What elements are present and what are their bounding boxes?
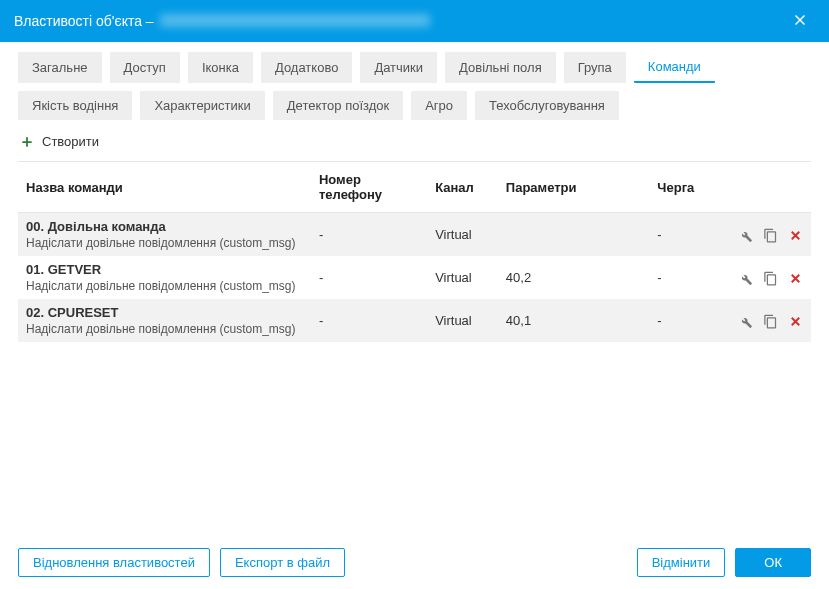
th-channel: Канал — [427, 162, 498, 213]
tab-12[interactable]: Техобслуговування — [475, 91, 619, 120]
copy-icon[interactable] — [763, 271, 778, 286]
command-desc: Надіслати довільне повідомлення (custom_… — [26, 279, 303, 293]
table-row: 01. GETVERНадіслати довільне повідомленн… — [18, 256, 811, 299]
delete-icon[interactable] — [788, 228, 803, 243]
wrench-icon[interactable] — [738, 228, 753, 243]
create-button[interactable]: Створити — [20, 132, 99, 151]
toolbar: Створити — [0, 124, 829, 161]
th-actions — [710, 162, 811, 213]
cell-params: 40,2 — [498, 256, 650, 299]
cell-channel: Virtual — [427, 213, 498, 257]
tab-8[interactable]: Якість водіння — [18, 91, 132, 120]
command-desc: Надіслати довільне повідомлення (custom_… — [26, 236, 303, 250]
copy-icon[interactable] — [763, 228, 778, 243]
tab-9[interactable]: Характеристики — [140, 91, 264, 120]
create-button-label: Створити — [42, 134, 99, 149]
cell-params — [498, 213, 650, 257]
tab-11[interactable]: Агро — [411, 91, 467, 120]
command-desc: Надіслати довільне повідомлення (custom_… — [26, 322, 303, 336]
cell-queue: - — [649, 213, 710, 257]
command-name: 00. Довільна команда — [26, 219, 303, 234]
cell-params: 40,1 — [498, 299, 650, 342]
th-name: Назва команди — [18, 162, 311, 213]
tab-10[interactable]: Детектор поїздок — [273, 91, 403, 120]
cell-phone: - — [311, 213, 427, 257]
dialog-footer: Відновлення властивостей Експорт в файл … — [0, 536, 829, 589]
table-row: 02. CPURESETНадіслати довільне повідомле… — [18, 299, 811, 342]
command-name: 02. CPURESET — [26, 305, 303, 320]
tab-5[interactable]: Довільні поля — [445, 52, 556, 83]
copy-icon[interactable] — [763, 314, 778, 329]
tab-2[interactable]: Іконка — [188, 52, 253, 83]
tab-3[interactable]: Додатково — [261, 52, 352, 83]
cell-channel: Virtual — [427, 299, 498, 342]
tab-1[interactable]: Доступ — [110, 52, 180, 83]
cell-phone: - — [311, 299, 427, 342]
tab-6[interactable]: Група — [564, 52, 626, 83]
delete-icon[interactable] — [788, 314, 803, 329]
dialog-title: Властивості об'єкта – — [14, 13, 154, 29]
cancel-button[interactable]: Відмінити — [637, 548, 726, 577]
dialog-subtitle-blurred — [160, 13, 785, 29]
restore-properties-button[interactable]: Відновлення властивостей — [18, 548, 210, 577]
tab-0[interactable]: Загальне — [18, 52, 102, 83]
wrench-icon[interactable] — [738, 271, 753, 286]
delete-icon[interactable] — [788, 271, 803, 286]
cell-queue: - — [649, 256, 710, 299]
ok-button[interactable]: ОК — [735, 548, 811, 577]
th-queue: Черга — [649, 162, 710, 213]
export-to-file-button[interactable]: Експорт в файл — [220, 548, 345, 577]
tab-4[interactable]: Датчики — [360, 52, 437, 83]
commands-table: Назва команди Номер телефону Канал Парам… — [18, 161, 811, 342]
tabs-bar: ЗагальнеДоступІконкаДодатковоДатчикиДові… — [0, 42, 829, 124]
cell-channel: Virtual — [427, 256, 498, 299]
tab-7[interactable]: Команди — [634, 52, 715, 83]
table-row: 00. Довільна командаНадіслати довільне п… — [18, 213, 811, 257]
command-name: 01. GETVER — [26, 262, 303, 277]
close-icon[interactable] — [785, 7, 815, 36]
th-phone: Номер телефону — [311, 162, 427, 213]
cell-phone: - — [311, 256, 427, 299]
wrench-icon[interactable] — [738, 314, 753, 329]
dialog-header: Властивості об'єкта – — [0, 0, 829, 42]
th-params: Параметри — [498, 162, 650, 213]
plus-icon — [20, 135, 34, 149]
cell-queue: - — [649, 299, 710, 342]
